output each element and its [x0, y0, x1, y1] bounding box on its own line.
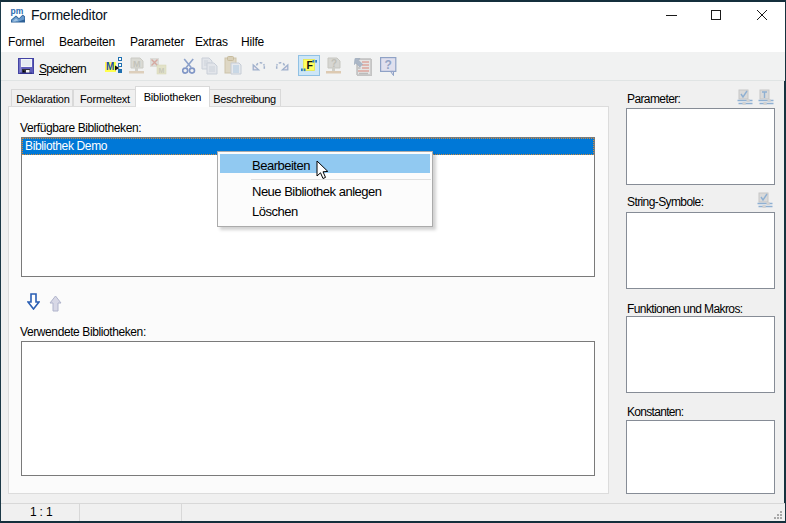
svg-text:?: ? — [385, 58, 392, 72]
svg-text:?: ? — [331, 58, 337, 69]
svg-text:M: M — [133, 59, 141, 69]
svg-text:M: M — [106, 61, 114, 72]
svg-text:F: F — [307, 59, 314, 71]
svg-text:pm: pm — [11, 7, 24, 16]
svg-text:M: M — [159, 67, 165, 74]
